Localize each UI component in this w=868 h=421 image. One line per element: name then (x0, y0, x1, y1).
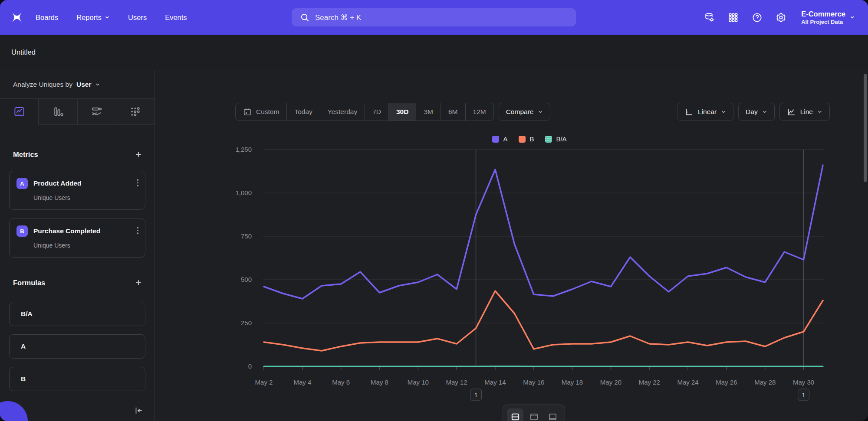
svg-text:May 16: May 16 (523, 379, 544, 386)
range-today[interactable]: Today (287, 103, 320, 121)
svg-text:0: 0 (248, 362, 252, 370)
layout-table-only-icon (548, 412, 558, 421)
metric-measure[interactable]: Unique Users (33, 194, 138, 201)
legend-item-ba[interactable]: B/A (545, 135, 566, 143)
layout-split-button[interactable] (507, 408, 523, 421)
svg-text:May 24: May 24 (677, 379, 699, 386)
settings-gear-icon[interactable] (776, 12, 786, 23)
formula-card-ba[interactable]: B/A (9, 302, 145, 326)
svg-text:May 6: May 6 (332, 379, 350, 386)
tab-retention[interactable] (116, 99, 155, 125)
sidebar-body: Metrics + A Product Added Unique Users B… (0, 149, 155, 391)
project-scope: All Project Data (801, 19, 845, 25)
formulas-heading: Formulas (13, 279, 45, 287)
formula-card-a[interactable]: A (9, 334, 145, 359)
tab-funnels[interactable] (39, 99, 77, 125)
top-nav-right: E-Commerce All Project Data (704, 0, 855, 35)
range-yesterday[interactable]: Yesterday (320, 103, 365, 121)
funnels-bars-icon (52, 106, 64, 117)
add-metric-button[interactable]: + (135, 149, 141, 160)
legend-label: B (529, 135, 534, 143)
vertical-scrollbar[interactable] (864, 74, 867, 182)
chart-legend: A B B/A (234, 135, 825, 143)
range-label: 12M (473, 108, 486, 116)
formula-card-b[interactable]: B (9, 367, 145, 391)
nav-item-reports[interactable]: Reports (76, 13, 110, 22)
layout-table-only-button[interactable] (544, 408, 561, 421)
tab-insights[interactable] (0, 99, 39, 125)
report-title[interactable]: Untitled (11, 48, 36, 56)
project-switcher[interactable]: E-Commerce All Project Data (801, 10, 855, 25)
search-icon (300, 13, 309, 22)
chevron-down-icon (538, 109, 543, 114)
legend-label: B/A (556, 135, 566, 143)
analyze-value-dropdown[interactable]: User (76, 81, 91, 88)
nav-item-label: Boards (36, 13, 58, 22)
data-management-icon[interactable] (704, 12, 715, 23)
query-sidebar: Analyze Uniques by User (0, 70, 155, 421)
trend-chart: 02505007501,0001,250May 2May 4May 6May 8… (234, 143, 851, 403)
svg-text:May 30: May 30 (793, 379, 814, 386)
report-title-bar: Untitled Save (0, 35, 868, 70)
svg-text:May 18: May 18 (562, 379, 583, 386)
metric-measure[interactable]: Unique Users (33, 242, 138, 249)
top-nav: Boards Reports Users Events Search ⌘ + K (0, 0, 868, 35)
compare-label: Compare (506, 108, 534, 116)
svg-text:May 4: May 4 (293, 379, 311, 386)
nav-links: Boards Reports Users Events (36, 0, 187, 35)
range-30d[interactable]: 30D (389, 103, 416, 121)
range-6m[interactable]: 6M (441, 103, 466, 121)
metrics-heading: Metrics (13, 150, 38, 159)
interval-label: Day (746, 108, 758, 116)
help-icon[interactable] (752, 12, 763, 23)
svg-text:500: 500 (241, 276, 252, 283)
layout-toggle-group (503, 405, 565, 421)
add-formula-button[interactable]: + (135, 277, 141, 288)
nav-item-boards[interactable]: Boards (36, 13, 58, 22)
compare-dropdown[interactable]: Compare (499, 103, 551, 121)
trend-chart-area[interactable]: 02505007501,0001,250May 2May 4May 6May 8… (234, 143, 851, 403)
range-custom[interactable]: Custom (236, 103, 287, 121)
svg-text:May 12: May 12 (446, 379, 467, 386)
insights-chart-icon (13, 106, 25, 117)
legend-item-a[interactable]: A (492, 135, 507, 143)
svg-text:1: 1 (802, 392, 806, 398)
range-7d[interactable]: 7D (365, 103, 389, 121)
svg-text:May 28: May 28 (754, 379, 776, 386)
metric-card-b[interactable]: B Purchase Completed Unique Users (9, 219, 145, 258)
svg-text:1,000: 1,000 (235, 189, 252, 196)
svg-text:May 10: May 10 (408, 379, 429, 386)
chevron-down-icon (95, 82, 100, 87)
layout-chart-only-button[interactable] (526, 408, 542, 421)
date-range-toolbar: Custom Today Yesterday 7D 30D 3M 6M 12M … (235, 103, 550, 121)
calendar-icon (243, 108, 252, 116)
mixpanel-logo-icon[interactable] (10, 11, 23, 24)
svg-text:May 20: May 20 (600, 379, 621, 386)
nav-item-users[interactable]: Users (128, 13, 147, 22)
range-label: 3M (424, 108, 433, 116)
nav-item-label: Users (128, 13, 147, 22)
date-range-segmented-control: Custom Today Yesterday 7D 30D 3M 6M 12M (235, 103, 494, 121)
nav-item-events[interactable]: Events (165, 13, 187, 22)
metric-name: Product Added (33, 179, 82, 187)
line-chart-icon (787, 108, 796, 117)
metric-card-a[interactable]: A Product Added Unique Users (9, 171, 145, 210)
chart-panel: Custom Today Yesterday 7D 30D 3M 6M 12M … (155, 70, 868, 421)
legend-item-b[interactable]: B (519, 135, 534, 143)
range-3m[interactable]: 3M (416, 103, 441, 121)
range-12m[interactable]: 12M (466, 103, 493, 121)
apps-grid-icon[interactable] (728, 12, 739, 23)
metric-options-kebab-icon[interactable] (137, 227, 139, 234)
chart-type-dropdown[interactable]: Line (779, 103, 830, 121)
legend-swatch-ba (545, 136, 552, 143)
collapse-sidebar-icon[interactable] (134, 406, 143, 415)
scale-label: Linear (698, 108, 717, 116)
scale-dropdown[interactable]: Linear (677, 103, 733, 121)
linear-axis-icon (684, 108, 694, 117)
search-input[interactable]: Search ⌘ + K (292, 8, 576, 26)
formulas-section-head: Formulas + (13, 277, 141, 288)
interval-dropdown[interactable]: Day (738, 103, 775, 121)
chevron-down-icon (817, 109, 822, 114)
metric-options-kebab-icon[interactable] (137, 179, 139, 186)
tab-flows[interactable] (78, 99, 116, 125)
